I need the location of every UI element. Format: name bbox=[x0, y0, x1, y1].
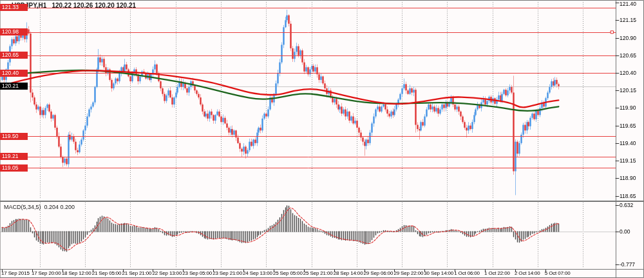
hline-price-label[interactable]: 119.21 bbox=[0, 153, 28, 160]
time-axis-label: 30 Sep 14:00 bbox=[424, 270, 453, 276]
time-axis-label: 1 Oct 22:00 bbox=[484, 270, 510, 276]
macd-name-label: MACD(5,34,5) bbox=[4, 204, 41, 210]
time-axis-label: 1 Oct 06:00 bbox=[454, 270, 480, 276]
hline-price-label[interactable]: 119.50 bbox=[0, 133, 28, 140]
price-tick-label: 118.65 bbox=[620, 193, 636, 199]
time-axis-label: 23 Sep 05:00 bbox=[182, 270, 212, 276]
time-axis-label: 25 Sep 21:00 bbox=[303, 270, 333, 276]
macd-tick-label: 0.00 bbox=[620, 228, 630, 235]
time-axis-label: 29 Sep 22:00 bbox=[393, 270, 423, 276]
price-tick-label: 119.90 bbox=[620, 104, 636, 111]
time-axis-label: 17 Sep 20:00 bbox=[32, 270, 61, 276]
price-tick-label: 119.65 bbox=[620, 123, 636, 129]
time-axis-label: 17 Sep 2015 bbox=[1, 270, 30, 276]
price-tick-label: 119.40 bbox=[620, 140, 636, 146]
time-axis-label: 18 Sep 12:00 bbox=[62, 270, 91, 276]
price-tick-label: 118.90 bbox=[620, 175, 636, 181]
price-tick-label: 119.15 bbox=[620, 157, 636, 164]
time-axis-label: 21 Sep 05:00 bbox=[92, 270, 122, 276]
macd-tick-label: -0.777 bbox=[620, 261, 635, 268]
hline-price-label[interactable]: 120.40 bbox=[0, 70, 28, 77]
price-tick-label: 120.15 bbox=[620, 87, 636, 94]
time-axis-label: 23 Sep 21:00 bbox=[213, 270, 242, 276]
time-axis-label: 5 Oct 07:00 bbox=[545, 270, 571, 276]
time-axis-label: 2 Oct 14:00 bbox=[515, 270, 540, 276]
time-axis-label: 21 Sep 21:00 bbox=[122, 270, 152, 276]
price-tick-label: 120.90 bbox=[620, 35, 636, 41]
time-axis-label: 24 Sep 13:00 bbox=[243, 270, 272, 276]
price-tick-label: 121.15 bbox=[620, 17, 636, 23]
price-tick-label: 120.40 bbox=[620, 70, 636, 76]
time-axis-label: 25 Sep 05:00 bbox=[273, 270, 303, 276]
chart-canvas[interactable] bbox=[0, 0, 644, 278]
macd-values-label: 0.204 0.200 bbox=[44, 204, 75, 210]
time-axis-label: 22 Sep 13:00 bbox=[152, 270, 182, 276]
hline-price-label[interactable]: 120.98 bbox=[0, 28, 28, 35]
ohlc-quote-label: 120.22 120.26 120.20 120.21 bbox=[52, 2, 136, 9]
time-axis-label: 28 Sep 14:00 bbox=[334, 270, 363, 276]
hline-price-label[interactable]: 119.05 bbox=[0, 164, 28, 172]
hline-price-label[interactable]: 121.33 bbox=[0, 4, 28, 11]
hline-price-label[interactable]: 120.65 bbox=[0, 52, 28, 59]
macd-tick-label: 0.632 bbox=[620, 202, 633, 208]
chart-window: ▼USDJPY,H1120.22 120.26 120.20 120.21 MA… bbox=[0, 0, 644, 278]
macd-indicator-label: MACD(5,34,5)0.204 0.200 bbox=[4, 204, 75, 210]
time-axis-label: 29 Sep 06:00 bbox=[364, 270, 393, 276]
price-tick-label: 120.65 bbox=[620, 52, 636, 59]
price-tick-label: 121.40 bbox=[620, 1, 636, 7]
bid-price-label: 120.21 bbox=[0, 83, 28, 90]
